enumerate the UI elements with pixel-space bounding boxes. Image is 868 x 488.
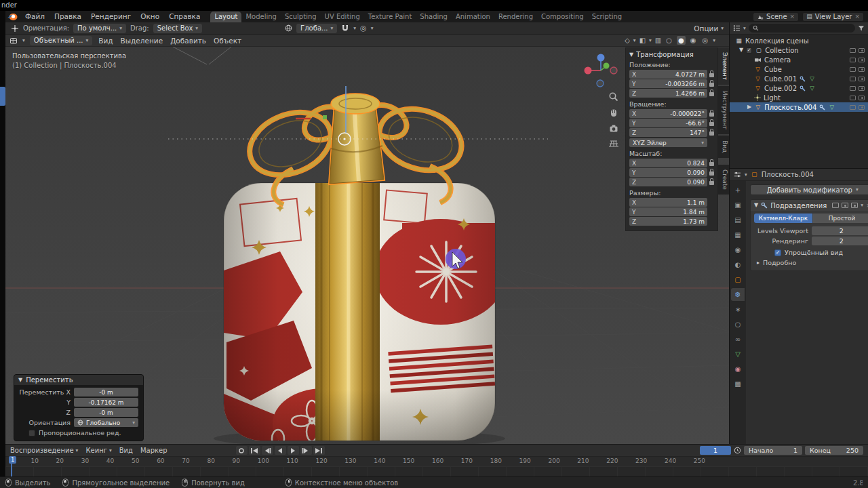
lock-icon[interactable] bbox=[709, 92, 714, 96]
properties-tab-tool[interactable]: + bbox=[731, 184, 745, 197]
disable-render-icon[interactable] bbox=[859, 58, 865, 62]
menu-help[interactable]: Справка bbox=[164, 11, 205, 22]
pan-hand-icon[interactable] bbox=[608, 107, 619, 118]
view-menu[interactable]: Вид bbox=[119, 447, 133, 454]
properties-tab-object[interactable]: ▢ bbox=[731, 273, 745, 286]
add-menu[interactable]: Добавить bbox=[169, 37, 208, 45]
outliner-row-plane-004[interactable]: ▶ ▽ Плоскость.004 ▽ bbox=[730, 102, 868, 112]
outliner-row-collection[interactable]: ▼ ✓ ▢ Collection bbox=[730, 45, 868, 55]
properties-tab-world[interactable]: ◐ bbox=[731, 258, 745, 271]
lock-icon[interactable] bbox=[709, 73, 714, 77]
timeline-playhead[interactable]: 1 bbox=[11, 456, 12, 477]
render-toggle-icon[interactable] bbox=[851, 203, 858, 208]
object-menu[interactable]: Объект bbox=[212, 37, 243, 45]
mode-dropdown[interactable]: Объектный ...▾ bbox=[30, 36, 93, 45]
scene-selector[interactable]: Scene × bbox=[753, 12, 799, 22]
workspace-tab-modeling[interactable]: Modeling bbox=[241, 12, 281, 22]
hide-viewport-icon[interactable] bbox=[850, 48, 856, 53]
scale-z-field[interactable]: Z0.090 bbox=[629, 178, 714, 186]
n-tab-create[interactable]: Create bbox=[718, 165, 729, 195]
workspace-tab-sculpting[interactable]: Sculpting bbox=[281, 12, 321, 22]
n-tab-tool[interactable]: Инструмент bbox=[718, 86, 729, 134]
hide-viewport-icon[interactable] bbox=[850, 96, 856, 100]
menu-edit[interactable]: Правка bbox=[50, 11, 86, 22]
menu-render[interactable]: Рендеринг bbox=[86, 11, 136, 22]
workspace-tab-layout[interactable]: Layout bbox=[210, 12, 241, 22]
editor-type-icon[interactable] bbox=[9, 37, 18, 45]
frame-end-field[interactable]: Конец250 bbox=[805, 446, 863, 455]
render-levels-field[interactable]: 2 bbox=[812, 237, 868, 245]
snap-magnet-icon[interactable] bbox=[341, 24, 349, 33]
properties-tab-scene[interactable]: ◉ bbox=[731, 243, 745, 256]
move-y-field[interactable]: -0.17162 m bbox=[74, 398, 138, 407]
workspace-tab-rendering[interactable]: Rendering bbox=[494, 12, 537, 22]
play-reverse-button[interactable] bbox=[275, 446, 286, 455]
proportional-editing-icon[interactable]: ◎ bbox=[360, 24, 367, 32]
properties-tab-modifiers[interactable]: ⚙ bbox=[731, 288, 745, 301]
n-tab-view[interactable]: Вид bbox=[718, 136, 729, 157]
outliner-row-cube-001[interactable]: ▽ Cube.001 ▽ bbox=[730, 74, 868, 83]
lock-icon[interactable] bbox=[709, 113, 714, 117]
location-y-field[interactable]: Y-0.003266 m bbox=[629, 79, 714, 88]
perspective-toggle-icon[interactable] bbox=[608, 138, 619, 149]
shading-rendered-icon[interactable]: ◎ bbox=[701, 36, 710, 45]
workspace-tab-animation[interactable]: Animation bbox=[452, 12, 494, 22]
properties-tab-output[interactable]: ▤ bbox=[731, 214, 745, 226]
location-x-field[interactable]: X4.0727 m bbox=[629, 70, 714, 79]
camera-view-icon[interactable] bbox=[608, 123, 619, 134]
shading-solid-icon[interactable]: ● bbox=[677, 36, 686, 45]
snap-settings-chevron-icon[interactable]: ▾ bbox=[353, 26, 356, 31]
drag-mode-dropdown[interactable]: Select Box▾ bbox=[153, 24, 202, 33]
viewport-3d[interactable]: ▾ Объектный ...▾ Вид Выделение Добавить … bbox=[5, 35, 729, 444]
optimal-display-checkbox[interactable]: ✓ Упрощённый вид bbox=[774, 249, 868, 256]
add-modifier-button[interactable]: Добавить модификатор ▾ bbox=[750, 184, 868, 195]
editor-type-chevron-icon[interactable]: ▾ bbox=[22, 38, 25, 43]
blender-logo-icon[interactable] bbox=[7, 13, 18, 21]
frame-start-field[interactable]: Начало1 bbox=[744, 446, 802, 455]
properties-tab-object-data[interactable]: ▽ bbox=[731, 348, 745, 361]
orientation-dropdown[interactable]: По умолч...▾ bbox=[73, 24, 126, 33]
disable-render-icon[interactable] bbox=[859, 96, 865, 100]
view-layer-unlink-icon[interactable]: × bbox=[854, 14, 860, 20]
overlays-icon[interactable]: ◧ bbox=[639, 37, 646, 44]
properties-tab-physics[interactable]: ○ bbox=[731, 318, 745, 331]
filter-icon[interactable] bbox=[858, 25, 865, 32]
gizmos-chevron-icon[interactable]: ▾ bbox=[633, 38, 636, 43]
view-menu[interactable]: Вид bbox=[97, 37, 114, 45]
expand-icon[interactable]: ▼ bbox=[739, 47, 743, 53]
jump-to-start-button[interactable] bbox=[249, 446, 260, 455]
workspace-tab-compositing[interactable]: Compositing bbox=[537, 12, 588, 22]
properties-tab-material[interactable]: ◉ bbox=[731, 363, 745, 375]
realtime-toggle-icon[interactable] bbox=[842, 203, 848, 208]
lock-icon[interactable] bbox=[709, 122, 714, 126]
options-label[interactable]: Опции bbox=[694, 24, 718, 33]
lock-icon[interactable] bbox=[709, 171, 714, 176]
outliner-row-cube-002[interactable]: ▽ Cube.002 ▽ bbox=[730, 83, 868, 93]
outliner-row-camera[interactable]: Camera bbox=[730, 55, 868, 64]
disable-render-icon[interactable] bbox=[859, 86, 865, 91]
workspace-tab-uv-editing[interactable]: UV Editing bbox=[321, 12, 364, 22]
edit-mode-toggle-icon[interactable] bbox=[832, 203, 839, 208]
scale-x-field[interactable]: X0.824 bbox=[629, 159, 714, 167]
hide-viewport-icon[interactable] bbox=[850, 67, 856, 72]
lock-icon[interactable] bbox=[709, 83, 714, 87]
scale-y-field[interactable]: Y0.090 bbox=[629, 168, 714, 177]
disable-render-icon[interactable] bbox=[859, 105, 865, 110]
navigation-gizmo[interactable] bbox=[582, 52, 620, 89]
overlays-chevron-icon[interactable]: ▾ bbox=[649, 38, 652, 43]
dimensions-x-field[interactable]: X1.1 m bbox=[629, 198, 714, 207]
collection-checkbox-icon[interactable]: ✓ bbox=[746, 47, 752, 54]
rotation-z-field[interactable]: Z147° bbox=[629, 128, 714, 137]
disable-render-icon[interactable] bbox=[859, 77, 865, 81]
dimensions-y-field[interactable]: Y1.84 m bbox=[629, 207, 714, 216]
hide-viewport-icon[interactable] bbox=[850, 105, 856, 110]
outliner-search-input[interactable] bbox=[749, 24, 855, 33]
disable-render-icon[interactable] bbox=[859, 67, 865, 72]
operator-panel-header[interactable]: ▼ Переместить bbox=[14, 375, 143, 385]
properties-editor-icon[interactable] bbox=[734, 171, 741, 178]
lock-icon[interactable] bbox=[709, 181, 714, 185]
marker-menu[interactable]: Маркер bbox=[140, 447, 167, 454]
view-layer-selector[interactable]: ▤ View Layer × bbox=[802, 12, 864, 22]
properties-tab-particles[interactable]: ∗ bbox=[731, 303, 745, 316]
editor-type-chevron-icon[interactable]: ▾ bbox=[743, 26, 746, 31]
